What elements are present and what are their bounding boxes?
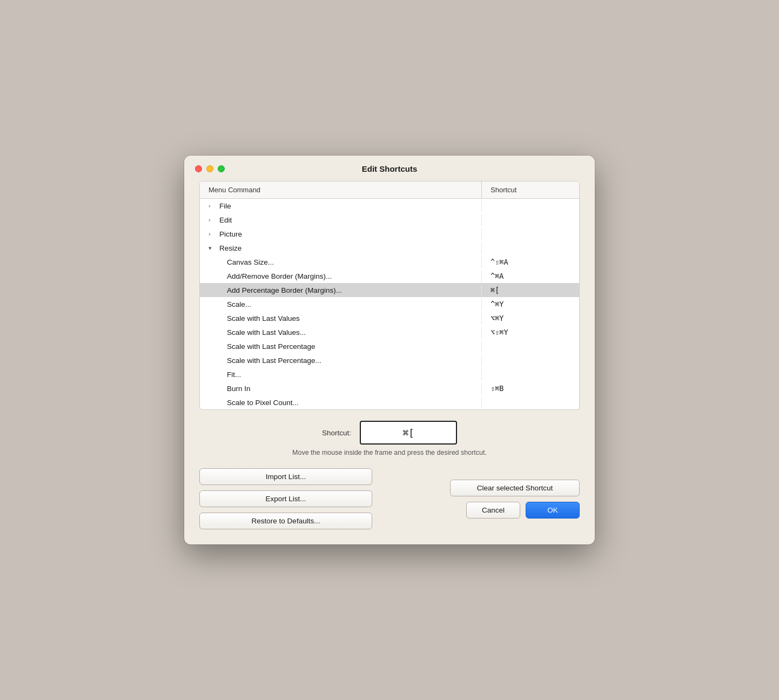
row-label: Fit...	[227, 371, 241, 379]
expand-icon[interactable]: ›	[209, 203, 216, 209]
row-shortcut: ^⌘Y	[482, 298, 579, 310]
row-shortcut: ^⌘A	[482, 270, 579, 282]
row-label: File	[219, 202, 231, 210]
buttons-row: Import List... Export List... Restore to…	[184, 468, 595, 529]
row-shortcut: ^⇧⌘A	[482, 256, 579, 268]
expand-icon[interactable]: ›	[209, 217, 216, 223]
table-row[interactable]: Burn In⇧⌘B	[200, 381, 579, 395]
cancel-button[interactable]: Cancel	[466, 502, 520, 519]
row-shortcut	[482, 218, 579, 221]
close-button[interactable]	[195, 165, 202, 172]
shortcut-label: Shortcut:	[322, 429, 351, 437]
table-row[interactable]: ›Picture	[200, 227, 579, 241]
minimize-button[interactable]	[206, 165, 213, 172]
table-row[interactable]: Add Percentage Border (Margins)...⌘[	[200, 283, 579, 297]
table-row[interactable]: Canvas Size...^⇧⌘A	[200, 255, 579, 269]
row-shortcut	[482, 373, 579, 376]
ok-button[interactable]: OK	[526, 502, 580, 519]
right-buttons: Clear selected Shortcut Cancel OK	[450, 480, 580, 519]
row-label: Scale...	[227, 300, 251, 308]
window-controls	[195, 165, 225, 172]
row-shortcut	[482, 359, 579, 362]
table-header: Menu Command Shortcut	[200, 181, 579, 199]
restore-defaults-button[interactable]: Restore to Defaults...	[199, 513, 372, 529]
maximize-button[interactable]	[218, 165, 225, 172]
column-header-command: Menu Command	[200, 181, 482, 198]
shortcuts-table: Menu Command Shortcut ›File›Edit›Picture…	[199, 181, 580, 410]
clear-shortcut-button[interactable]: Clear selected Shortcut	[450, 480, 580, 496]
table-row[interactable]: Scale with Last Values...⌥⇧⌘Y	[200, 325, 579, 339]
table-row[interactable]: ▾Resize	[200, 241, 579, 255]
row-label: Add/Remove Border (Margins)...	[227, 272, 332, 280]
table-row[interactable]: Scale with Last Values⌥⌘Y	[200, 311, 579, 325]
table-row[interactable]: Add/Remove Border (Margins)...^⌘A	[200, 269, 579, 283]
row-shortcut: ⇧⌘B	[482, 382, 579, 394]
row-label: Canvas Size...	[227, 258, 274, 266]
row-label: Resize	[219, 244, 241, 252]
table-row[interactable]: Scale...^⌘Y	[200, 297, 579, 311]
edit-shortcuts-dialog: Edit Shortcuts Menu Command Shortcut ›Fi…	[184, 156, 595, 544]
row-shortcut: ⌥⌘Y	[482, 312, 579, 324]
row-label: Scale to Pixel Count...	[227, 399, 299, 407]
row-shortcut: ⌘[	[482, 284, 579, 296]
table-row[interactable]: Scale to Pixel Count...	[200, 395, 579, 409]
export-list-button[interactable]: Export List...	[199, 490, 372, 507]
shortcut-hint: Move the mouse inside the frame and pres…	[199, 449, 580, 456]
table-row[interactable]: ›Edit	[200, 213, 579, 227]
row-shortcut: ⌥⇧⌘Y	[482, 326, 579, 338]
row-label: Scale with Last Values	[227, 314, 300, 322]
dialog-title: Edit Shortcuts	[362, 164, 418, 173]
table-row[interactable]: Fit...	[200, 367, 579, 381]
shortcut-input[interactable]: ⌘[	[360, 421, 457, 445]
content-area: Menu Command Shortcut ›File›Edit›Picture…	[184, 181, 595, 456]
right-bottom-row: Cancel OK	[466, 502, 580, 519]
left-buttons: Import List... Export List... Restore to…	[199, 468, 372, 529]
row-shortcut	[482, 345, 579, 348]
collapse-icon[interactable]: ▾	[209, 245, 216, 252]
table-row[interactable]: ›File	[200, 199, 579, 213]
table-row[interactable]: Scale with Last Percentage...	[200, 353, 579, 367]
row-label: Scale with Last Percentage	[227, 342, 315, 351]
titlebar: Edit Shortcuts	[184, 156, 595, 181]
row-shortcut	[482, 401, 579, 404]
column-header-shortcut: Shortcut	[482, 181, 579, 198]
import-list-button[interactable]: Import List...	[199, 468, 372, 485]
table-row[interactable]: Scale with Last Percentage	[200, 339, 579, 353]
row-shortcut	[482, 204, 579, 207]
row-label: Burn In	[227, 385, 251, 393]
row-label: Scale with Last Percentage...	[227, 356, 321, 365]
row-label: Edit	[219, 216, 232, 224]
row-shortcut	[482, 232, 579, 235]
row-label: Add Percentage Border (Margins)...	[227, 286, 342, 294]
row-label: Scale with Last Values...	[227, 328, 306, 336]
row-shortcut	[482, 246, 579, 250]
row-label: Picture	[219, 230, 242, 238]
table-body: ›File›Edit›Picture▾ResizeCanvas Size...^…	[200, 199, 579, 409]
expand-icon[interactable]: ›	[209, 231, 216, 237]
shortcut-section: Shortcut: ⌘[	[199, 421, 580, 445]
